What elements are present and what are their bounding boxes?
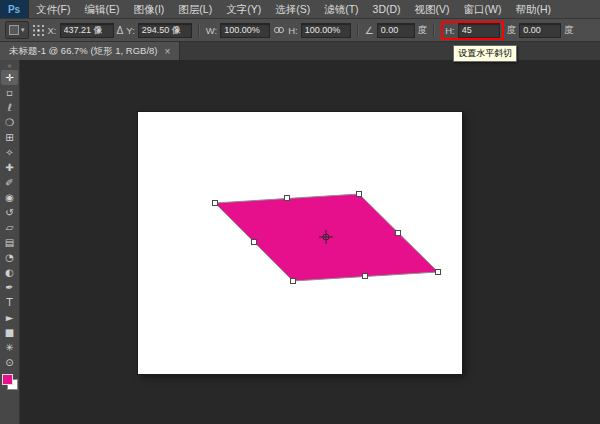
vertical-skew-input[interactable] bbox=[519, 23, 561, 38]
panel-collapse-icon[interactable]: » bbox=[6, 64, 14, 68]
reference-point-locator[interactable] bbox=[32, 24, 45, 37]
transform-handle[interactable] bbox=[285, 196, 290, 201]
eraser-tool[interactable]: ▱ bbox=[1, 220, 18, 235]
menu-bar: Ps 文件(F)编辑(E)图像(I)图层(L)文字(Y)选择(S)滤镜(T)3D… bbox=[0, 0, 600, 19]
quick-selection-tool[interactable]: ❍ bbox=[1, 115, 18, 130]
gradient-tool[interactable]: ▤ bbox=[1, 235, 18, 250]
pen-tool[interactable]: ✒ bbox=[1, 280, 18, 295]
rectangular-marquee-tool[interactable]: ▫ bbox=[1, 85, 18, 100]
transform-handle[interactable] bbox=[213, 201, 218, 206]
menu-item[interactable]: 3D(D) bbox=[366, 0, 408, 18]
spot-healing-brush-tool[interactable]: ✚ bbox=[1, 160, 18, 175]
options-divider bbox=[357, 23, 359, 37]
menu-item[interactable]: 图像(I) bbox=[126, 0, 171, 18]
transform-handle[interactable] bbox=[436, 270, 441, 275]
lasso-tool[interactable]: ℓ bbox=[1, 100, 18, 115]
x-position-input[interactable] bbox=[60, 23, 114, 38]
transform-handle[interactable] bbox=[252, 240, 257, 245]
hand-tool[interactable]: ✳ bbox=[1, 340, 18, 355]
angle-unit-label: 度 bbox=[418, 24, 428, 37]
vskew-unit-label: 度 bbox=[564, 24, 574, 37]
zoom-tool[interactable]: ⊙ bbox=[1, 355, 18, 370]
horizontal-skew-input[interactable] bbox=[458, 23, 500, 38]
transform-handle[interactable] bbox=[291, 279, 296, 284]
rotate-angle-input[interactable] bbox=[377, 23, 415, 38]
crop-tool[interactable]: ⊞ bbox=[1, 130, 18, 145]
type-tool[interactable]: T bbox=[1, 295, 18, 310]
menu-item[interactable]: 图层(L) bbox=[171, 0, 219, 18]
dodge-tool[interactable]: ◐ bbox=[1, 265, 18, 280]
document-tab-title: 未标题-1 @ 66.7% (矩形 1, RGB/8) bbox=[9, 45, 157, 58]
transform-options-bar: ▾ X: Δ Y: W: H: ∠ 度 H: 度 设置水平斜切 度 bbox=[0, 19, 600, 42]
menu-item[interactable]: 文字(Y) bbox=[219, 0, 268, 18]
transform-handle[interactable] bbox=[357, 192, 362, 197]
transform-handle[interactable] bbox=[396, 231, 401, 236]
relative-position-icon[interactable]: Δ bbox=[117, 25, 124, 36]
menu-item[interactable]: 帮助(H) bbox=[509, 0, 559, 18]
height-percent-input[interactable] bbox=[301, 23, 351, 38]
clone-stamp-tool[interactable]: ◉ bbox=[1, 190, 18, 205]
path-selection-tool[interactable]: ► bbox=[1, 310, 18, 325]
link-dimensions-icon[interactable] bbox=[273, 25, 285, 35]
brush-tool[interactable]: ✐ bbox=[1, 175, 18, 190]
history-brush-tool[interactable]: ↺ bbox=[1, 205, 18, 220]
chevron-down-icon: ▾ bbox=[21, 26, 25, 34]
eyedropper-tool[interactable]: ✧ bbox=[1, 145, 18, 160]
hskew-tooltip: 设置水平斜切 bbox=[453, 45, 517, 62]
menu-item[interactable]: 视图(V) bbox=[408, 0, 457, 18]
x-label: X: bbox=[48, 25, 57, 36]
menu-items: 文件(F)编辑(E)图像(I)图层(L)文字(Y)选择(S)滤镜(T)3D(D)… bbox=[29, 0, 558, 18]
horizontal-skew-group: H: 度 设置水平斜切 bbox=[441, 21, 516, 40]
move-tool[interactable]: ✛ bbox=[1, 70, 18, 85]
menu-item[interactable]: 选择(S) bbox=[268, 0, 317, 18]
options-divider bbox=[198, 23, 200, 37]
foreground-color-swatch[interactable] bbox=[2, 374, 13, 385]
current-tool-thumbnail bbox=[9, 25, 19, 35]
width-percent-input[interactable] bbox=[220, 23, 270, 38]
transform-handle[interactable] bbox=[363, 274, 368, 279]
y-position-input[interactable] bbox=[138, 23, 192, 38]
photoshop-logo: Ps bbox=[0, 0, 29, 18]
rotate-angle-icon: ∠ bbox=[365, 25, 374, 36]
options-divider bbox=[433, 23, 435, 37]
blur-tool[interactable]: ◔ bbox=[1, 250, 18, 265]
tool-preset-button[interactable]: ▾ bbox=[5, 21, 29, 39]
tools-panel: » ✛▫ℓ❍⊞✧✚✐◉↺▱▤◔◐✒T►■✳⊙ bbox=[0, 60, 20, 424]
menu-item[interactable]: 窗口(W) bbox=[457, 0, 509, 18]
hskew-label: H: bbox=[445, 25, 455, 36]
rectangle-tool[interactable]: ■ bbox=[1, 325, 18, 340]
color-swatches bbox=[2, 374, 18, 390]
menu-item[interactable]: 滤镜(T) bbox=[317, 0, 365, 18]
canvas-area bbox=[20, 60, 600, 424]
y-label: Y: bbox=[126, 25, 134, 36]
height-label: H: bbox=[288, 25, 298, 36]
menu-item[interactable]: 编辑(E) bbox=[77, 0, 126, 18]
transform-overlay bbox=[20, 60, 600, 424]
tab-close-icon[interactable]: × bbox=[164, 46, 170, 57]
menu-item[interactable]: 文件(F) bbox=[29, 0, 77, 18]
width-label: W: bbox=[206, 25, 217, 36]
hskew-unit-label: 度 bbox=[507, 24, 517, 37]
annotation-highlight: H: bbox=[441, 21, 504, 40]
document-tab[interactable]: 未标题-1 @ 66.7% (矩形 1, RGB/8) × bbox=[0, 42, 180, 60]
